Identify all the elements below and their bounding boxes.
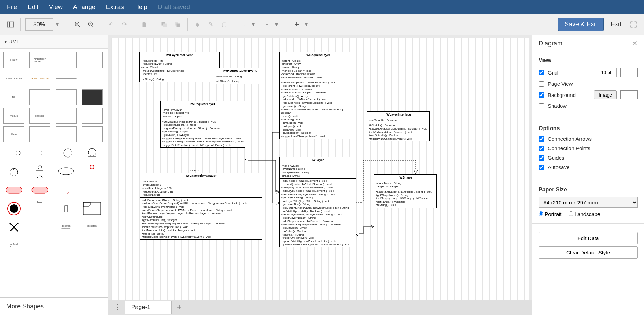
- add-dd-icon[interactable]: ▾: [305, 21, 312, 28]
- fullscreen-icon[interactable]: [628, 19, 639, 30]
- zoom-out-icon[interactable]: [86, 19, 96, 30]
- delete-icon[interactable]: [139, 19, 149, 30]
- conn-points-checkbox[interactable]: [539, 146, 544, 151]
- menu-file[interactable]: File: [7, 4, 17, 11]
- tab-page-1[interactable]: Page-1: [125, 301, 172, 314]
- shape-entity[interactable]: [82, 145, 103, 161]
- shape-lollipop[interactable]: [4, 145, 24, 161]
- paper-size-select[interactable]: A4 (210 mm x 297 mm): [539, 197, 638, 208]
- shape-class-full[interactable]: [82, 52, 103, 68]
- save-exit-button[interactable]: Save & Exit: [558, 18, 604, 31]
- menu-edit[interactable]: Edit: [28, 4, 38, 11]
- shape-item-attribute-2[interactable]: ● item: attribute: [29, 71, 50, 86]
- uml-IWLayer[interactable]: IWLayer -map : IWMap -layerName : String…: [279, 157, 356, 247]
- shape-category-uml[interactable]: ▾ UML: [0, 35, 108, 49]
- zoom-level[interactable]: 50%: [25, 18, 53, 31]
- shape-actor[interactable]: [29, 163, 50, 179]
- shape-comp-4[interactable]: [82, 108, 103, 124]
- connection-dd-icon[interactable]: ▾: [252, 21, 259, 28]
- tab-add-icon[interactable]: +: [174, 302, 184, 313]
- pageview-checkbox[interactable]: [539, 81, 544, 87]
- autosave-checkbox[interactable]: [539, 164, 544, 170]
- shape-socket[interactable]: [29, 145, 50, 161]
- shape-red-pin[interactable]: [82, 163, 103, 179]
- shape-class-7[interactable]: [56, 126, 77, 142]
- landscape-radio[interactable]: [569, 211, 573, 216]
- shape-dispatch-2[interactable]: dispatch- - - -: [82, 219, 103, 235]
- undo-icon[interactable]: ↶: [106, 19, 116, 30]
- shape-usecase[interactable]: [56, 163, 77, 179]
- to-front-icon[interactable]: [159, 19, 169, 30]
- uml-IWRequestLayer-small[interactable]: IWRequestLayer -layer : IWLayer -maxHits…: [160, 101, 245, 148]
- sidebar-toggle-icon[interactable]: [5, 19, 16, 30]
- redo-icon[interactable]: ↷: [119, 19, 130, 30]
- grid-size-input[interactable]: [596, 68, 617, 77]
- to-back-icon[interactable]: [172, 19, 183, 30]
- menu-help[interactable]: Help: [134, 4, 147, 11]
- uml-IWLayerInterface[interactable]: IWLayerInterface -useDefaults : Boolean …: [367, 111, 430, 141]
- menu-arrange[interactable]: Arrange: [73, 4, 96, 11]
- add-icon[interactable]: +: [292, 19, 302, 30]
- shadow-checkbox[interactable]: [539, 103, 544, 109]
- exit-button[interactable]: Exit: [611, 21, 621, 28]
- fill-icon[interactable]: ◆: [192, 19, 203, 30]
- shape-selfcall[interactable]: self call⟲: [4, 238, 24, 253]
- conn-arrows-checkbox[interactable]: [539, 136, 544, 142]
- shape-comp-1[interactable]: [29, 89, 50, 105]
- canvas[interactable]: IWLayerInfoEvent +requestedId : int +req…: [111, 38, 529, 300]
- shape-title[interactable]: Title: [4, 89, 24, 105]
- guides-checkbox[interactable]: [539, 155, 544, 161]
- shape-frame[interactable]: [82, 201, 103, 216]
- menu-view[interactable]: View: [49, 4, 63, 11]
- shape-boundary[interactable]: [56, 145, 77, 161]
- uml-IWRequestLayerEvent[interactable]: IWRequestLayerEvent +eventName : String …: [215, 68, 265, 84]
- shape-block[interactable]: [82, 89, 103, 105]
- zoom-dropdown-icon[interactable]: ▾: [56, 21, 63, 28]
- shape-package[interactable]: package: [29, 108, 50, 124]
- shape-module[interactable]: Module: [4, 108, 24, 124]
- image-button[interactable]: Image: [594, 90, 617, 99]
- menu-extras[interactable]: Extras: [106, 4, 124, 11]
- shape-object[interactable]: Object: [4, 52, 24, 68]
- edit-data-button[interactable]: Edit Data: [539, 232, 638, 244]
- uml-IWLayerInfoEvent[interactable]: IWLayerInfoEvent +requestedId : int +req…: [139, 52, 220, 82]
- bg-color-swatch[interactable]: [620, 90, 638, 99]
- shape-item-attribute[interactable]: + item: attribute: [4, 71, 24, 86]
- shape-class-simple[interactable]: [56, 52, 77, 68]
- grid-color-swatch[interactable]: [620, 68, 638, 77]
- shape-empty[interactable]: [82, 71, 103, 86]
- uml-IWLayerInfoManager[interactable]: IWLayerInfoManager -captureSize -eventLi…: [140, 173, 262, 240]
- uml-IWShape[interactable]: IWShape -shapeName : String -range : IWR…: [374, 174, 437, 208]
- shape-interface[interactable]: «interface»Name: [29, 52, 50, 68]
- shape-activity[interactable]: [4, 182, 24, 198]
- shape-lifeline-1[interactable]: [29, 201, 50, 216]
- waypoint-icon[interactable]: ⌐: [262, 19, 272, 30]
- shape-decision[interactable]: [56, 182, 77, 198]
- shape-final[interactable]: [4, 201, 24, 216]
- shape-class-6[interactable]: [29, 126, 50, 142]
- grid-checkbox[interactable]: [539, 70, 544, 75]
- shape-state[interactable]: [29, 182, 50, 198]
- shape-fork[interactable]: [82, 182, 103, 198]
- shadow-tool-icon[interactable]: ▢: [219, 19, 229, 30]
- more-shapes-button[interactable]: More Shapes...: [0, 298, 108, 315]
- shape-lifeline-3[interactable]: [29, 219, 50, 235]
- clear-style-button[interactable]: Clear Default Style: [539, 246, 638, 259]
- shape-dispatch-1[interactable]: dispatch─────: [56, 219, 77, 235]
- portrait-radio[interactable]: [539, 211, 543, 216]
- close-icon[interactable]: ✕: [632, 39, 638, 48]
- zoom-in-icon[interactable]: [72, 19, 83, 30]
- shape-lifeline-2[interactable]: [56, 201, 77, 216]
- background-checkbox[interactable]: [539, 92, 544, 98]
- tab-menu-icon[interactable]: ⋮: [112, 302, 122, 313]
- shape-control[interactable]: [4, 163, 24, 179]
- connection-icon[interactable]: →: [239, 19, 249, 30]
- uml-IWRequestLayer-big[interactable]: IWRequestLayer -parent : Object -childre…: [279, 52, 356, 139]
- shape-divider[interactable]: [56, 71, 77, 86]
- shape-comp-2[interactable]: [56, 89, 77, 105]
- shape-destroy[interactable]: [4, 219, 24, 235]
- shape-comp-3[interactable]: [56, 108, 77, 124]
- shape-class-8[interactable]: [82, 126, 103, 142]
- shape-class-5[interactable]: Class: [4, 126, 24, 142]
- waypoint-dd-icon[interactable]: ▾: [275, 21, 282, 28]
